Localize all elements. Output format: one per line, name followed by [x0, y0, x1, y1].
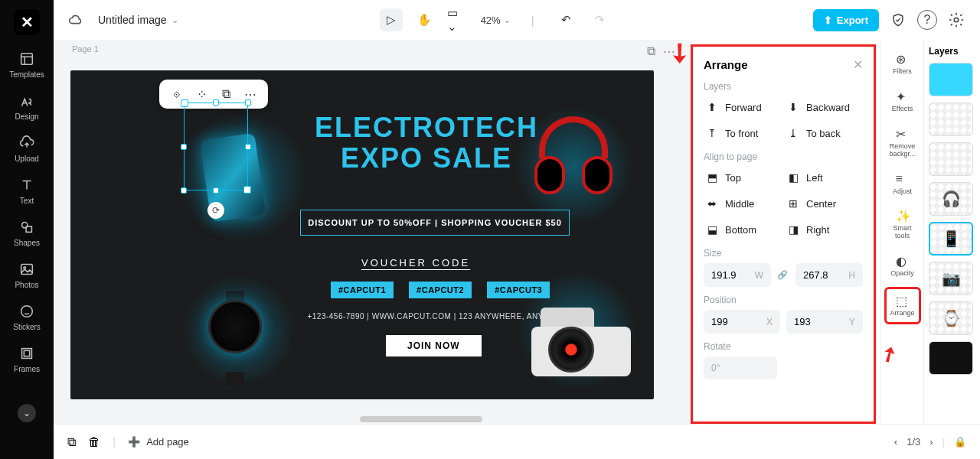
rail-expand[interactable]: ⌄: [18, 404, 36, 422]
rotate-input[interactable]: 0°: [704, 356, 777, 379]
rail-shapes[interactable]: Shapes: [4, 213, 50, 253]
rail-upload[interactable]: Upload: [4, 129, 50, 169]
rail-text[interactable]: Text: [4, 171, 50, 211]
layer-thumbnail-6[interactable]: 📷: [929, 262, 973, 295]
left-rail: ✕ Templates Design Upload Text Shapes Ph…: [0, 0, 54, 459]
filters-tool[interactable]: ⊛Filters: [884, 47, 921, 80]
svg-rect-0: [21, 54, 33, 65]
x-input[interactable]: 199X: [704, 310, 780, 334]
headline-text[interactable]: ELECTROTECH EXPO SALE: [300, 112, 553, 173]
duplicate-icon: ⧉: [647, 44, 655, 59]
align-bottom-button[interactable]: ⬓Bottom: [704, 219, 782, 240]
rail-design[interactable]: Design: [4, 86, 50, 127]
watch-image[interactable]: [204, 300, 266, 376]
align-section-label: Align to page: [704, 151, 863, 162]
voucher-label[interactable]: VOUCHER CODE: [361, 257, 470, 269]
prev-page-icon[interactable]: ‹: [894, 436, 897, 448]
undo-button[interactable]: ↶: [555, 8, 578, 31]
arrange-title: Arrange: [704, 58, 748, 71]
tag-1[interactable]: #CAPCUT1: [331, 282, 394, 298]
layer-thumbnail-2[interactable]: [929, 103, 973, 136]
align-center-button[interactable]: ⊞Center: [785, 193, 863, 214]
width-input[interactable]: 191.9W: [704, 263, 771, 287]
lock-icon[interactable]: 🔒: [954, 436, 966, 448]
cloud-icon[interactable]: [67, 11, 84, 28]
layer-thumbnail-1[interactable]: [929, 63, 973, 96]
layers-title: Layers: [929, 46, 975, 57]
adjust-tool[interactable]: ≡Adjust: [884, 168, 921, 200]
rail-frames[interactable]: Frames: [4, 339, 50, 379]
canvas-area[interactable]: Page 1 ⧉⋯ ELECTROTECH EXPO SALE DISCOUNT…: [54, 40, 691, 424]
align-right-button[interactable]: ◨Right: [785, 219, 863, 240]
next-page-icon[interactable]: ›: [929, 436, 933, 448]
opacity-tool[interactable]: ◐Opacity: [884, 249, 921, 282]
magic-icon[interactable]: ⁘: [193, 86, 210, 103]
layer-thumbnail-3[interactable]: [929, 142, 973, 176]
export-button[interactable]: ⬆ Export: [813, 9, 879, 31]
close-icon[interactable]: ✕: [853, 57, 863, 72]
rotate-handle[interactable]: ⟳: [207, 202, 224, 219]
horizontal-scrollbar[interactable]: [360, 416, 482, 422]
trash-icon[interactable]: 🗑: [88, 435, 100, 449]
bottombar: ⧉ 🗑 | ➕ Add page ‹ 1/3 › | 🔒: [54, 424, 980, 459]
add-page-button[interactable]: ➕ Add page: [128, 436, 189, 448]
to-back-button[interactable]: ⤓To back: [785, 122, 863, 144]
zoom-level[interactable]: 42%⌄: [481, 15, 511, 26]
arrange-panel: Arrange✕ Layers ⬆Forward ⬇Backward ⤒To f…: [691, 44, 876, 424]
subline-text[interactable]: DISCOUNT UP TO 50%OFF | SHOPPING VOUCHER…: [300, 210, 570, 236]
redo-button[interactable]: ↷: [589, 8, 612, 31]
page-label: Page 1: [72, 44, 99, 54]
layer-thumbnail-4[interactable]: 🎧: [929, 182, 973, 216]
svg-point-5: [21, 306, 33, 317]
app-logo[interactable]: ✕: [14, 9, 40, 35]
lock-aspect-icon[interactable]: 🔗: [777, 270, 789, 280]
layer-thumbnail-5[interactable]: 📱: [929, 222, 973, 256]
backward-button[interactable]: ⬇Backward: [785, 96, 863, 118]
position-section-label: Position: [704, 295, 863, 305]
join-button[interactable]: JOIN NOW: [386, 335, 482, 356]
layers-section-label: Layers: [704, 81, 863, 92]
cursor-tool[interactable]: ▷: [380, 8, 403, 31]
size-section-label: Size: [704, 248, 863, 259]
align-left-button[interactable]: ◧Left: [785, 167, 863, 188]
svg-rect-6: [22, 349, 32, 359]
align-top-button[interactable]: ⬒Top: [704, 167, 782, 188]
rail-stickers[interactable]: Stickers: [4, 297, 50, 337]
shield-icon[interactable]: [888, 10, 908, 30]
divider: |: [521, 8, 544, 31]
contact-info[interactable]: +123-456-7890 | WWW.CAPCUT.COM | 123 ANY…: [300, 312, 570, 321]
canvas[interactable]: ELECTROTECH EXPO SALE DISCOUNT UP TO 50%…: [70, 70, 654, 399]
document-title[interactable]: Untitled image⌄: [98, 14, 178, 26]
chevron-down-icon: ⌄: [172, 15, 178, 25]
svg-rect-7: [24, 350, 29, 356]
to-front-button[interactable]: ⤒To front: [704, 122, 782, 144]
copy-icon[interactable]: ⧉: [217, 86, 234, 103]
svg-rect-3: [21, 265, 33, 275]
smart-tools[interactable]: ✨Smart tools: [884, 204, 921, 245]
rail-photos[interactable]: Photos: [4, 255, 50, 295]
svg-point-8: [954, 18, 959, 22]
camera-image[interactable]: [531, 308, 631, 376]
height-input[interactable]: 267.8H: [795, 263, 863, 287]
tag-3[interactable]: #CAPCUT3: [487, 282, 550, 298]
layer-thumbnail-8[interactable]: [929, 341, 973, 375]
rail-templates[interactable]: Templates: [4, 44, 50, 85]
pages-icon[interactable]: ⧉: [67, 435, 76, 449]
tag-2[interactable]: #CAPCUT2: [409, 282, 472, 298]
settings-icon[interactable]: [946, 10, 966, 30]
align-middle-button[interactable]: ⬌Middle: [704, 193, 782, 214]
help-icon[interactable]: ?: [917, 10, 937, 30]
voucher-tags[interactable]: #CAPCUT1 #CAPCUT2 #CAPCUT3: [331, 282, 550, 298]
selection-box[interactable]: [184, 103, 248, 190]
headphones-image[interactable]: [531, 116, 616, 200]
forward-button[interactable]: ⬆Forward: [704, 96, 782, 118]
crop-dropdown[interactable]: ▭ ⌄: [447, 8, 470, 31]
effects-tool[interactable]: ✦Effects: [884, 85, 921, 118]
layer-thumbnail-7[interactable]: ⌚: [929, 301, 973, 335]
y-input[interactable]: 193Y: [786, 310, 863, 334]
remove-bg-tool[interactable]: ✂Remove backgr...: [884, 122, 921, 163]
page-counter: 1/3: [906, 436, 920, 448]
layers-column: Layers 🎧 📱 📷 ⌚: [923, 40, 980, 424]
arrange-tool[interactable]: ⬚Arrange: [884, 287, 921, 324]
hand-tool[interactable]: ✋: [413, 8, 436, 31]
